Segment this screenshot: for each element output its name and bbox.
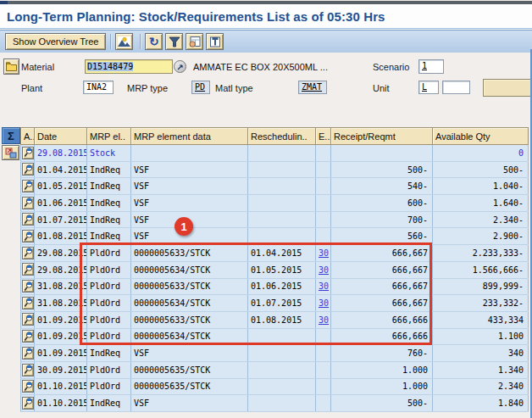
exception-link[interactable]: 30 bbox=[319, 298, 329, 308]
matl-type-label: Matl type bbox=[215, 83, 253, 93]
receipt-reqmt-cell: 666,667 bbox=[331, 261, 433, 278]
row-detail-cell bbox=[21, 378, 35, 395]
col-header-receipt-reqmt[interactable]: Receipt/Reqmt bbox=[331, 128, 433, 145]
exception-cell: 30 bbox=[316, 261, 331, 278]
exception-link[interactable]: 30 bbox=[319, 315, 329, 325]
exception-cell: 30 bbox=[316, 245, 331, 262]
toolbar-separator bbox=[110, 34, 111, 49]
magnifier-icon[interactable] bbox=[22, 263, 34, 276]
scenario-field[interactable]: 1 bbox=[418, 59, 444, 74]
user-settings-icon[interactable] bbox=[186, 33, 203, 50]
magnifier-icon[interactable] bbox=[22, 313, 34, 326]
mrp-element-data-cell: 0000005633/STCK bbox=[131, 278, 248, 295]
table-row: 01.06.2015 IndReq VSF 600- 1.640- bbox=[21, 195, 529, 212]
exception-cell bbox=[316, 145, 331, 162]
date-cell: 30.09.2015 bbox=[35, 361, 87, 378]
mrp-element-cell: PldOrd bbox=[87, 378, 131, 395]
magnifier-icon[interactable] bbox=[22, 380, 34, 393]
mrp-element-data-cell: VSF bbox=[131, 195, 248, 212]
rescheduling-date-cell: 01.05.2015 bbox=[248, 261, 316, 278]
col-header-available-qty[interactable]: Available Qty bbox=[433, 128, 529, 145]
mrp-element-data-cell: 0000005633/STCK bbox=[131, 311, 248, 328]
mrp-element-data-cell: VSF bbox=[131, 178, 248, 195]
available-qty-cell: 340 bbox=[433, 345, 529, 362]
filter-icon[interactable] bbox=[165, 33, 183, 50]
available-qty-cell: 899,999- bbox=[433, 278, 529, 295]
show-overview-tree-button[interactable]: Show Overview Tree bbox=[5, 33, 106, 50]
exception-cell: 30 bbox=[316, 311, 331, 328]
exception-link[interactable]: 30 bbox=[319, 281, 329, 291]
receipt-reqmt-cell: 666,667 bbox=[331, 245, 433, 262]
receipt-reqmt-cell: 540- bbox=[331, 178, 433, 195]
magnifier-icon[interactable] bbox=[22, 147, 34, 159]
magnifier-icon[interactable] bbox=[22, 364, 34, 376]
magnifier-icon[interactable] bbox=[22, 397, 34, 410]
date-cell: 01.09.2015 bbox=[35, 328, 87, 345]
magnifier-icon[interactable] bbox=[22, 247, 34, 259]
empty-field[interactable] bbox=[442, 81, 470, 94]
magnifier-icon[interactable] bbox=[22, 280, 34, 293]
col-header-rescheduling[interactable]: Reschedulin.. bbox=[248, 128, 316, 145]
stock-requirements-table: A.. Date MRP el.. MRP element data Resch… bbox=[20, 127, 529, 412]
table-row: 01.10.2015 PldOrd 0000005635/STCK 1.000 … bbox=[21, 378, 529, 395]
side-panel-button[interactable] bbox=[483, 79, 532, 97]
magnifier-icon[interactable] bbox=[22, 230, 34, 242]
refresh-icon[interactable]: ↻ bbox=[145, 33, 163, 50]
available-qty-cell: 1.840 bbox=[433, 395, 529, 412]
table-row: 01.09.2015 PldOrd 0000005633/STCK 01.08.… bbox=[21, 311, 529, 328]
rescheduling-date-cell bbox=[248, 395, 316, 412]
jump-to-detail-icon[interactable] bbox=[2, 145, 19, 160]
available-qty-cell: 433,334 bbox=[433, 311, 529, 328]
date-cell: 01.06.2015 bbox=[35, 195, 87, 212]
print-icon[interactable] bbox=[206, 33, 224, 50]
rescheduling-date-cell bbox=[248, 161, 316, 178]
sum-icon[interactable]: Σ bbox=[2, 127, 20, 144]
folder-icon[interactable] bbox=[3, 59, 19, 75]
magnifier-icon[interactable] bbox=[22, 163, 34, 176]
material-input[interactable]: D15148479 bbox=[85, 59, 173, 74]
magnifier-icon[interactable] bbox=[22, 347, 34, 359]
material-detail-icon[interactable] bbox=[174, 60, 186, 73]
row-detail-cell bbox=[21, 278, 35, 295]
receipt-reqmt-cell: 560- bbox=[331, 228, 433, 245]
table-row: 01.09.2015 PldOrd 0000005634/STCK 666,66… bbox=[21, 328, 529, 345]
col-header-mrp-element-data[interactable]: MRP element data bbox=[131, 128, 248, 145]
row-detail-cell bbox=[21, 261, 35, 278]
mrp-element-cell: IndReq bbox=[87, 395, 131, 412]
available-qty-cell: 1.566,666- bbox=[433, 261, 529, 278]
exception-link[interactable]: 30 bbox=[319, 265, 329, 275]
matl-type-field[interactable]: ZMAT bbox=[298, 81, 327, 94]
mrp-element-cell: IndReq bbox=[87, 228, 131, 245]
mrp-element-cell: PldOrd bbox=[87, 295, 131, 312]
col-header-date[interactable]: Date bbox=[35, 128, 87, 145]
mrp-type-field[interactable]: PD bbox=[191, 81, 210, 94]
row-detail-cell bbox=[21, 145, 35, 162]
magnifier-icon[interactable] bbox=[22, 180, 34, 192]
table-row: 01.05.2015 IndReq VSF 540- 1.040- bbox=[21, 178, 529, 195]
exception-link[interactable]: 30 bbox=[319, 248, 329, 258]
magnifier-icon[interactable] bbox=[22, 297, 34, 309]
table-row: 31.08.2015 PldOrd 0000005633/STCK 01.06.… bbox=[21, 278, 529, 295]
magnifier-icon[interactable] bbox=[22, 213, 34, 226]
rescheduling-date-cell bbox=[248, 328, 316, 345]
mrp-element-cell: PldOrd bbox=[87, 278, 131, 295]
magnifier-icon[interactable] bbox=[22, 197, 34, 209]
table-header-row: A.. Date MRP el.. MRP element data Resch… bbox=[21, 128, 529, 145]
plant-field[interactable]: INA2 bbox=[83, 81, 114, 94]
table-row: 01.04.2015 IndReq VSF 500- 500- bbox=[21, 161, 529, 178]
col-header-a[interactable]: A.. bbox=[21, 128, 35, 145]
plant-label: Plant bbox=[21, 83, 42, 93]
picture-icon[interactable] bbox=[115, 33, 133, 50]
col-header-e[interactable]: E.. bbox=[316, 128, 331, 145]
mrp-element-cell: PldOrd bbox=[87, 311, 131, 328]
date-cell: 31.08.2015 bbox=[35, 278, 87, 295]
mrp-element-data-cell: 0000005635/STCK bbox=[131, 378, 248, 395]
available-qty-cell: 233,332- bbox=[433, 295, 529, 312]
unit-field[interactable]: L bbox=[418, 81, 439, 94]
mrp-element-cell: PldOrd bbox=[87, 328, 131, 345]
col-header-mrp-el[interactable]: MRP el.. bbox=[87, 128, 131, 145]
rescheduling-date-cell: 01.07.2015 bbox=[248, 295, 316, 312]
receipt-reqmt-cell: 700- bbox=[331, 211, 433, 228]
magnifier-icon[interactable] bbox=[22, 330, 34, 343]
table-row: 01.10.2015 IndReq VSF 500- 1.840 bbox=[21, 395, 529, 412]
